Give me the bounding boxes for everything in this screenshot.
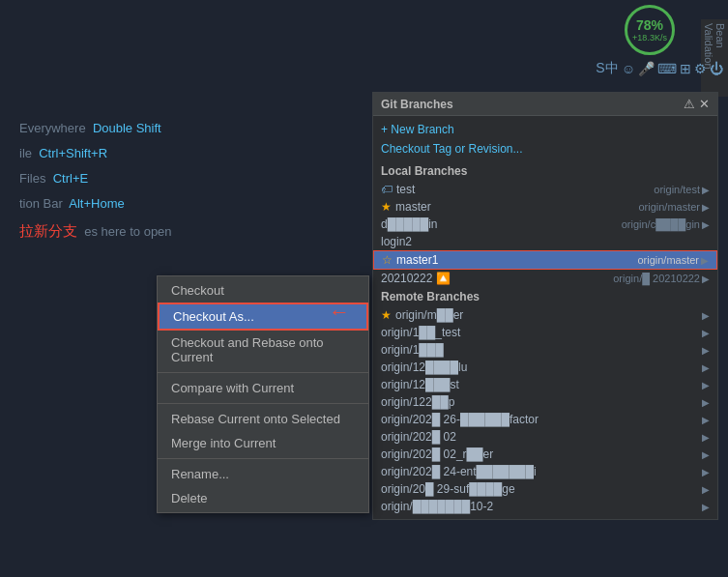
arrow-icon: ▶: [702, 397, 710, 408]
arrow-icon: ▶: [702, 449, 710, 460]
everywhere-shortcut: Double Shift: [93, 121, 161, 135]
context-checkout-rebase[interactable]: Checkout and Rebase onto Current: [158, 331, 368, 369]
arrow-icon: ▶: [702, 380, 710, 390]
bar-shortcut: Alt+Home: [69, 196, 124, 211]
remote-branch-5[interactable]: origin/122██p ▶: [373, 393, 717, 411]
close-icon[interactable]: ✕: [699, 97, 710, 111]
arrow-icon: ▶: [702, 185, 710, 195]
separator-3: [158, 458, 368, 459]
star-icon: ★: [381, 200, 392, 214]
arrow-icon: ▶: [702, 219, 710, 230]
remote-branch-2[interactable]: origin/1███ ▶: [373, 341, 717, 359]
separator-2: [158, 403, 368, 404]
git-panel-header: Git Branches ⚠ ✕: [373, 93, 717, 116]
git-branches-panel: Git Branches ⚠ ✕ + New Branch Checkout T…: [372, 92, 718, 520]
ide-search-hints: Everywhere Double Shift ile Ctrl+Shift+R…: [19, 116, 172, 245]
checkout-tag-button[interactable]: Checkout Tag or Revision...: [373, 139, 717, 161]
power-icon[interactable]: ⏻: [710, 61, 723, 76]
star-icon: ★: [381, 308, 392, 322]
remote-branch-3[interactable]: origin/12████lu ▶: [373, 359, 717, 376]
local-branches-header: Local Branches: [373, 161, 717, 181]
mic-icon[interactable]: 🎤: [638, 61, 655, 76]
arrow-icon: ▶: [702, 467, 710, 477]
branch-item-din[interactable]: d█████in origin/c████gin ▶: [373, 216, 717, 233]
arrow-icon: ▶: [702, 362, 710, 373]
remote-branch-1[interactable]: origin/1██_test ▶: [373, 324, 717, 341]
update-icon: 🔼: [436, 272, 451, 285]
remote-branches-header: Remote Branches: [373, 287, 717, 306]
git-panel-actions: ⚠ ✕: [684, 97, 710, 111]
warning-icon[interactable]: ⚠: [684, 97, 695, 111]
toolbar-icons: S中 ☺ 🎤 ⌨ ⊞ ⚙ ⏻: [596, 60, 723, 77]
chinese-label: 拉新分支: [19, 222, 77, 239]
settings-icon[interactable]: ⚙: [694, 61, 707, 76]
branch-item-master[interactable]: ★ master origin/master ▶: [373, 198, 717, 216]
arrow-indicator: ←: [329, 300, 350, 325]
context-rebase[interactable]: Rebase Current onto Selected: [158, 407, 368, 431]
git-panel-body: + New Branch Checkout Tag or Revision...…: [373, 116, 717, 519]
perf-speed: +18.3K/s: [632, 33, 667, 43]
arrow-icon: ▶: [702, 202, 710, 213]
file-shortcut: Ctrl+Shift+R: [39, 146, 107, 160]
branch-item-login2[interactable]: login2: [373, 233, 717, 250]
arrow-icon: ▶: [702, 328, 710, 338]
new-branch-button[interactable]: + New Branch: [373, 120, 717, 139]
tag-icon: 🏷: [381, 183, 393, 196]
git-panel-title: Git Branches: [381, 98, 453, 111]
remote-branch-4[interactable]: origin/12███st ▶: [373, 376, 717, 393]
remote-branch-6[interactable]: origin/202█ 26-██████factor ▶: [373, 411, 717, 428]
arrow-icon: ▶: [702, 502, 710, 512]
emoji-icon[interactable]: ☺: [622, 61, 635, 76]
keyboard-icon[interactable]: ⌨: [657, 61, 677, 76]
remote-branch-7[interactable]: origin/202█ 02 ▶: [373, 428, 717, 446]
remote-branch-9[interactable]: origin/202█ 24-ent███████i ▶: [373, 463, 717, 480]
separator-1: [158, 372, 368, 373]
perf-percent: 78%: [636, 17, 663, 33]
arrow-icon: ▶: [702, 345, 710, 356]
arrow-icon: ▶: [702, 310, 710, 321]
files-shortcut: Ctrl+E: [53, 171, 88, 186]
remote-branch-11[interactable]: origin/███████10-2 ▶: [373, 498, 717, 515]
context-delete[interactable]: Delete: [158, 486, 368, 510]
context-rename[interactable]: Rename...: [158, 462, 368, 486]
performance-indicator: 78% +18.3K/s: [625, 5, 675, 55]
sougou-icon[interactable]: S中: [596, 60, 618, 77]
star-icon: ☆: [382, 253, 393, 267]
branch-item-test[interactable]: 🏷 test origin/test ▶: [373, 181, 717, 198]
arrow-icon: ▶: [702, 415, 710, 425]
arrow-icon: ▶: [702, 484, 710, 495]
context-compare[interactable]: Compare with Current: [158, 376, 368, 400]
remote-branch-10[interactable]: origin/20█ 29-suf████ge ▶: [373, 480, 717, 498]
branch-item-20210222[interactable]: 20210222 🔼 origin/█ 20210222 ▶: [373, 270, 717, 287]
arrow-icon: ▶: [702, 274, 710, 284]
remote-branch-origin-master[interactable]: ★ origin/m██er ▶: [373, 306, 717, 324]
remote-branch-8[interactable]: origin/202█ 02_r██er ▶: [373, 446, 717, 463]
grid-icon[interactable]: ⊞: [680, 61, 691, 76]
arrow-icon: ▶: [701, 255, 709, 266]
context-merge[interactable]: Merge into Current: [158, 431, 368, 455]
right-panel-label: Bean Validation: [701, 19, 728, 97]
branch-item-master1[interactable]: ☆ master1 origin/master ▶: [373, 250, 717, 270]
arrow-icon: ▶: [702, 432, 710, 443]
